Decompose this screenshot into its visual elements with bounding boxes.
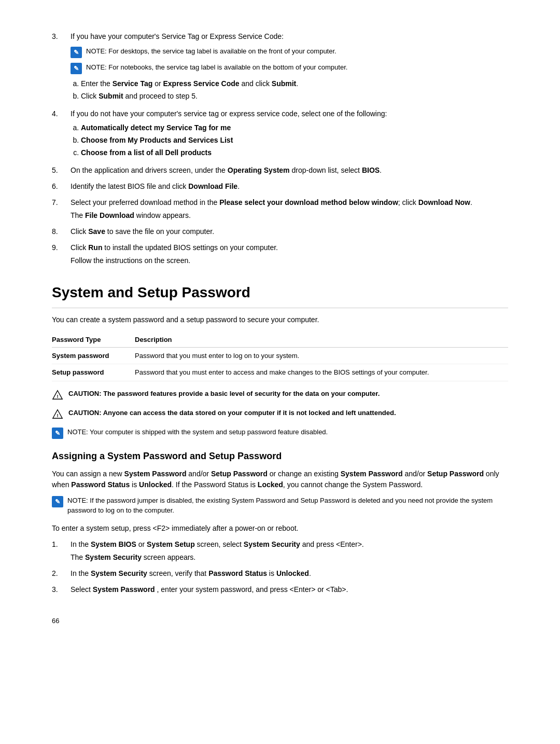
caution-1-text: CAUTION: The password features provide a… bbox=[68, 389, 380, 399]
note-pencil-icon-3: ✎ bbox=[52, 428, 63, 439]
enter-text: To enter a system setup, press <F2> imme… bbox=[52, 523, 508, 534]
step-4-num: 4. bbox=[52, 108, 71, 160]
note-1-text: NOTE: For desktops, the service tag labe… bbox=[86, 46, 508, 57]
section-intro: You can create a system password and a s… bbox=[52, 314, 508, 325]
bottom-step-2: 2. In the System Security screen, verify… bbox=[52, 568, 508, 579]
bottom-step-2-content: In the System Security screen, verify th… bbox=[71, 568, 508, 579]
note-4-text: NOTE: If the password jumper is disabled… bbox=[67, 495, 508, 516]
step-3: 3. If you have your computer's Service T… bbox=[52, 31, 508, 103]
password-table: Password Type Description System passwor… bbox=[52, 333, 508, 381]
step-7-sub: The File Download window appears. bbox=[71, 210, 508, 221]
svg-text:!: ! bbox=[57, 393, 58, 398]
sub-section-title: Assigning a System Password and Setup Pa… bbox=[52, 449, 508, 463]
step-5: 5. On the application and drivers screen… bbox=[52, 165, 508, 176]
step-5-num: 5. bbox=[52, 165, 71, 176]
caution-triangle-icon-2: ! bbox=[52, 408, 63, 423]
bottom-step-3-content: Select System Password , enter your syst… bbox=[71, 584, 508, 595]
step-4-text: If you do not have your computer's servi… bbox=[71, 109, 387, 118]
bottom-step-1-content: In the System BIOS or System Setup scree… bbox=[71, 539, 508, 563]
bottom-step-2-num: 2. bbox=[52, 568, 71, 579]
step-3b: Click Submit and proceed to step 5. bbox=[81, 91, 508, 102]
note-1-block: ✎ NOTE: For desktops, the service tag la… bbox=[71, 46, 508, 58]
table-cell-setup-desc: Password that you must enter to access a… bbox=[135, 364, 508, 381]
caution-2-text: CAUTION: Anyone can access the data stor… bbox=[68, 408, 396, 418]
step-6-num: 6. bbox=[52, 181, 71, 192]
caution-2-block: ! CAUTION: Anyone can access the data st… bbox=[52, 408, 508, 423]
step-6-content: Identify the latest BIOS file and click … bbox=[71, 181, 508, 192]
table-header-row: Password Type Description bbox=[52, 333, 508, 347]
step-8-content: Click Save to save the file on your comp… bbox=[71, 226, 508, 237]
step-5-content: On the application and drivers screen, u… bbox=[71, 165, 508, 176]
bottom-step-1: 1. In the System BIOS or System Setup sc… bbox=[52, 539, 508, 563]
step-6: 6. Identify the latest BIOS file and cli… bbox=[52, 181, 508, 192]
step-9-num: 9. bbox=[52, 242, 71, 266]
note-3-block: ✎ NOTE: Your computer is shipped with th… bbox=[52, 427, 508, 439]
step-4a: Automatically detect my Service Tag for … bbox=[81, 122, 508, 133]
bottom-steps-list: 1. In the System BIOS or System Setup sc… bbox=[52, 539, 508, 595]
step-8-num: 8. bbox=[52, 226, 71, 237]
step-8: 8. Click Save to save the file on your c… bbox=[52, 226, 508, 237]
table-header-type: Password Type bbox=[52, 333, 135, 347]
bottom-step-3: 3. Select System Password , enter your s… bbox=[52, 584, 508, 595]
step-9: 9. Click Run to install the updated BIOS… bbox=[52, 242, 508, 266]
step-7-num: 7. bbox=[52, 197, 71, 221]
table-cell-system-type: System password bbox=[52, 347, 135, 364]
step-4c: Choose from a list of all Dell products bbox=[81, 147, 508, 158]
table-cell-setup-type: Setup password bbox=[52, 364, 135, 381]
step-4-sublist: Automatically detect my Service Tag for … bbox=[71, 122, 508, 158]
step-4: 4. If you do not have your computer's se… bbox=[52, 108, 508, 160]
caution-1-block: ! CAUTION: The password features provide… bbox=[52, 389, 508, 404]
note-4-block: ✎ NOTE: If the password jumper is disabl… bbox=[52, 495, 508, 516]
step-4b: Choose from My Products and Services Lis… bbox=[81, 135, 508, 146]
note-3-text: NOTE: Your computer is shipped with the … bbox=[67, 427, 508, 437]
step-3-sublist: Enter the Service Tag or Express Service… bbox=[71, 78, 508, 102]
page-number: 66 bbox=[52, 616, 508, 626]
step-4-content: If you do not have your computer's servi… bbox=[71, 108, 508, 160]
note-pencil-icon-4: ✎ bbox=[52, 496, 63, 507]
note-pencil-icon-2: ✎ bbox=[71, 63, 82, 74]
svg-text:!: ! bbox=[57, 412, 58, 418]
caution-triangle-icon-1: ! bbox=[52, 389, 63, 404]
table-cell-system-desc: Password that you must enter to log on t… bbox=[135, 347, 508, 364]
step-3a: Enter the Service Tag or Express Service… bbox=[81, 78, 508, 89]
step-3-content: If you have your computer's Service Tag … bbox=[71, 31, 508, 103]
note-2-block: ✎ NOTE: For notebooks, the service tag l… bbox=[71, 62, 508, 74]
bottom-step-3-num: 3. bbox=[52, 584, 71, 595]
step-3-num: 3. bbox=[52, 31, 71, 103]
note-pencil-icon-1: ✎ bbox=[71, 47, 82, 58]
step-3-text: If you have your computer's Service Tag … bbox=[71, 32, 284, 40]
note-2-text: NOTE: For notebooks, the service tag lab… bbox=[86, 62, 508, 73]
table-row-setup: Setup password Password that you must en… bbox=[52, 364, 508, 381]
top-steps-list: 3. If you have your computer's Service T… bbox=[52, 31, 508, 266]
table-header-desc: Description bbox=[135, 333, 508, 347]
step-9-sub: Follow the instructions on the screen. bbox=[71, 255, 508, 266]
table-row-system: System password Password that you must e… bbox=[52, 347, 508, 364]
step-7-content: Select your preferred download method in… bbox=[71, 197, 508, 221]
section-title: System and Setup Password bbox=[52, 282, 508, 308]
step-9-content: Click Run to install the updated BIOS se… bbox=[71, 242, 508, 266]
bottom-step-1-num: 1. bbox=[52, 539, 71, 563]
assign-intro-text: You can assign a new System Password and… bbox=[52, 469, 508, 490]
bottom-step-1-sub: The System Security screen appears. bbox=[71, 552, 508, 563]
step-7: 7. Select your preferred download method… bbox=[52, 197, 508, 221]
